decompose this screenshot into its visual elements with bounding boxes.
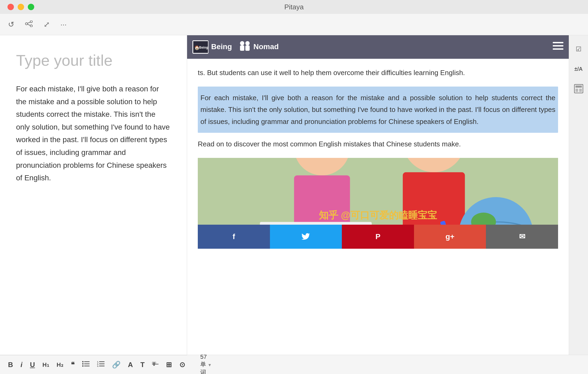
close-button[interactable] xyxy=(7,4,14,10)
image-icon[interactable]: ⊞ xyxy=(166,361,172,369)
article-photo: 知乎 @可口可爱的瞌睡宝宝 f P g+ ✉ xyxy=(198,158,558,249)
hamburger-menu[interactable] xyxy=(553,42,563,52)
checkbox-icon[interactable]: ☑ xyxy=(573,43,585,55)
svg-point-9 xyxy=(240,41,244,45)
top-toolbar: ↺ ⤢ ··· xyxy=(0,14,588,35)
site-logo: 🏠 Being Being Nomad xyxy=(192,40,297,55)
bottom-area: B i U H₁ H₂ ❝ 1. 2. 3. xyxy=(0,355,588,374)
svg-text:3.: 3. xyxy=(97,365,99,367)
quote-icon[interactable]: ❝ xyxy=(71,361,75,369)
svg-rect-37 xyxy=(575,89,578,92)
main-area: Type your title For each mistake, I'll g… xyxy=(0,35,588,355)
svg-point-2 xyxy=(25,23,28,25)
watermark-text: 知乎 @可口可爱的瞌睡宝宝 xyxy=(198,207,558,223)
article-image: 知乎 @可口可爱的瞌睡宝宝 f P g+ ✉ xyxy=(198,158,558,249)
more-icon[interactable]: ··· xyxy=(60,20,67,29)
svg-rect-36 xyxy=(575,85,582,88)
link-icon[interactable]: 🔗 xyxy=(112,361,121,369)
svg-point-1 xyxy=(30,25,32,27)
underline-icon[interactable]: U xyxy=(30,361,35,369)
browser-content: ts. But students can use it well to help… xyxy=(187,59,569,317)
svg-line-4 xyxy=(28,24,30,25)
right-sidebar: ☑ ±/A xyxy=(569,35,588,355)
svg-text:Being: Being xyxy=(199,46,208,49)
word-count-caret: ▾ xyxy=(208,362,211,368)
facebook-share[interactable]: f xyxy=(198,225,270,249)
document-body[interactable]: For each mistake, I'll give both a reaso… xyxy=(16,83,171,184)
titlebar: Pitaya xyxy=(0,0,588,14)
social-share-bar: f P g+ ✉ xyxy=(198,225,558,249)
document-title[interactable]: Type your title xyxy=(16,51,171,69)
twitter-share[interactable] xyxy=(270,225,342,249)
word-count[interactable]: 57 单词 ▾ xyxy=(200,353,211,374)
svg-line-3 xyxy=(28,22,30,23)
svg-text:Being: Being xyxy=(211,42,232,51)
minimize-button[interactable] xyxy=(18,4,24,10)
strikethrough-icon[interactable]: T xyxy=(152,360,158,369)
circle-icon[interactable]: ⊙ xyxy=(179,361,185,369)
svg-point-43 xyxy=(82,363,83,365)
svg-text:T: T xyxy=(152,360,156,367)
app-title: Pitaya xyxy=(284,3,304,11)
svg-rect-15 xyxy=(553,45,563,46)
template-icon[interactable] xyxy=(573,83,585,95)
traffic-lights xyxy=(7,4,34,10)
expand-icon[interactable]: ⤢ xyxy=(44,20,50,29)
share-icon[interactable] xyxy=(25,20,33,29)
list-icon[interactable] xyxy=(82,361,90,369)
italic-icon[interactable]: i xyxy=(21,361,22,369)
logo-text: Being Nomad xyxy=(211,40,297,55)
svg-rect-38 xyxy=(579,89,582,92)
svg-point-42 xyxy=(82,361,83,363)
word-count-number: 57 单词 xyxy=(200,353,207,374)
article-intro: ts. But students can use it well to help… xyxy=(198,67,558,79)
browser-panel: 🏠 Being Being Nomad xyxy=(187,35,569,355)
svg-rect-10 xyxy=(240,45,244,51)
svg-rect-16 xyxy=(553,48,563,50)
refresh-icon[interactable]: ↺ xyxy=(8,20,14,29)
h1-icon[interactable]: H₁ xyxy=(42,361,49,368)
text-type-icon[interactable]: T xyxy=(140,361,145,369)
svg-text:Nomad: Nomad xyxy=(253,42,279,51)
ordered-list-icon[interactable]: 1. 2. 3. xyxy=(97,361,105,369)
svg-rect-12 xyxy=(245,45,250,51)
bottom-toolbar: B i U H₁ H₂ ❝ 1. 2. 3. xyxy=(0,355,187,374)
read-on-text: Read on to discover the most common Engl… xyxy=(198,138,558,150)
editor-panel[interactable]: Type your title For each mistake, I'll g… xyxy=(0,35,187,355)
browser-topbar: 🏠 Being Being Nomad xyxy=(187,35,569,59)
svg-text:🏠: 🏠 xyxy=(194,45,200,50)
svg-point-0 xyxy=(30,21,32,23)
highlighted-text: For each mistake, I'll give both a reaso… xyxy=(198,87,558,133)
googleplus-share[interactable]: g+ xyxy=(414,225,486,249)
format-icon[interactable]: ±/A xyxy=(573,63,585,75)
fullscreen-button[interactable] xyxy=(28,4,34,10)
svg-rect-14 xyxy=(553,42,563,43)
logo-icon: 🏠 Being xyxy=(192,40,208,54)
text-color-icon[interactable]: A xyxy=(128,361,133,369)
email-share[interactable]: ✉ xyxy=(486,225,558,249)
bold-icon[interactable]: B xyxy=(8,361,13,369)
h2-icon[interactable]: H₂ xyxy=(57,361,63,368)
svg-point-11 xyxy=(245,41,250,45)
pinterest-share[interactable]: P xyxy=(342,225,414,249)
svg-point-44 xyxy=(82,365,83,367)
